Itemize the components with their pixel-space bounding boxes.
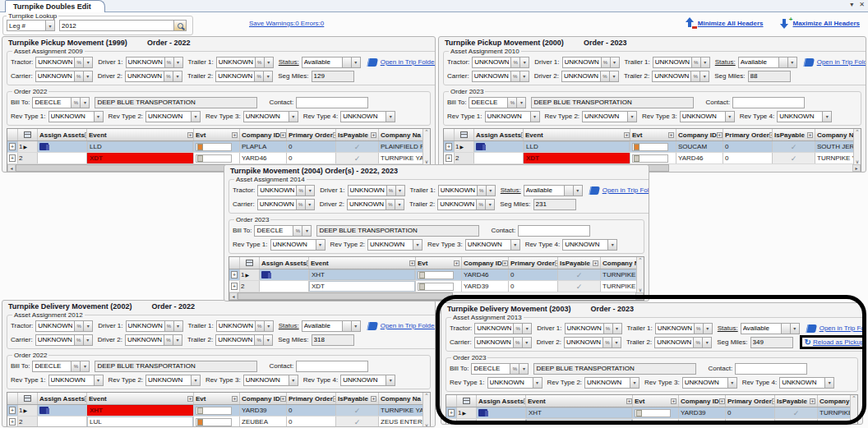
chevron-down-icon[interactable]: ▾ <box>612 337 621 348</box>
primary-order-cell[interactable]: 0 <box>509 269 558 280</box>
lookup-icon[interactable]: % <box>72 361 81 372</box>
rev-type1-input[interactable] <box>487 377 533 389</box>
driver2-input[interactable] <box>561 71 601 82</box>
contact-input[interactable] <box>735 363 807 375</box>
evt-cell[interactable] <box>196 154 232 163</box>
tractor-input[interactable] <box>257 185 297 196</box>
vertical-scrollbar[interactable]: ^ ∨ <box>850 395 857 425</box>
chevron-down-icon[interactable]: ▾ <box>611 57 620 68</box>
rev-type3-combo[interactable]: ▾ <box>680 111 735 122</box>
contact-input[interactable] <box>518 225 590 237</box>
chevron-down-icon[interactable]: ▾ <box>316 239 326 251</box>
lookup-icon[interactable]: % <box>75 334 84 346</box>
col-is-payable[interactable]: IsPayable+ <box>773 129 815 140</box>
filter-icon[interactable]: + <box>187 396 193 402</box>
chevron-down-icon[interactable]: ▾ <box>386 111 395 122</box>
evt-cell[interactable] <box>635 421 671 426</box>
rev-type1-combo[interactable]: ▾ <box>48 111 104 122</box>
rev-type2-input[interactable] <box>584 377 630 389</box>
bill-to-input[interactable] <box>32 97 72 108</box>
chevron-down-icon[interactable]: ▾ <box>608 239 617 251</box>
filter-icon[interactable]: + <box>187 132 193 138</box>
contact-input[interactable] <box>296 97 368 108</box>
trailer2-combo[interactable]: %▾ <box>652 71 709 82</box>
company-id-cell[interactable]: APPBRU <box>679 419 726 425</box>
company-id-cell[interactable]: YARD39 <box>240 405 287 416</box>
bill-to-combo[interactable]: %▾ <box>254 225 312 237</box>
expand-row-icon[interactable]: + <box>446 143 452 150</box>
select-all-cell[interactable] <box>18 129 38 140</box>
lookup-icon[interactable]: % <box>165 320 174 332</box>
filter-icon[interactable]: + <box>719 398 725 404</box>
primary-order-cell[interactable]: 0 <box>723 153 773 163</box>
scroll-up-icon[interactable]: ^ <box>426 129 428 134</box>
select-all-cell[interactable] <box>457 395 477 407</box>
rev-type4-input[interactable] <box>779 377 825 389</box>
lookup-icon[interactable]: % <box>604 323 613 334</box>
chevron-down-icon[interactable]: ▾ <box>81 361 90 372</box>
chevron-down-icon[interactable]: ▾ <box>265 57 274 68</box>
assign-assets-icon[interactable] <box>478 409 487 416</box>
chevron-down-icon[interactable]: ▾ <box>701 57 710 68</box>
lookup-icon[interactable]: % <box>164 71 173 82</box>
col-event[interactable]: Event+ <box>526 395 633 407</box>
scroll-down-icon[interactable]: ∨ <box>856 159 859 164</box>
window-close-icon[interactable]: ✕ <box>859 1 865 8</box>
horizontal-scrollbar[interactable]: ◂ ▸ <box>229 292 644 300</box>
rev-type4-combo[interactable]: ▾ <box>340 375 395 386</box>
filter-icon[interactable]: + <box>626 398 632 404</box>
evt-cell[interactable] <box>635 409 671 417</box>
event-cell[interactable]: XDT <box>309 281 415 292</box>
lookup-icon[interactable]: % <box>477 199 486 210</box>
rev-type2-input[interactable] <box>582 111 628 122</box>
open-in-trip-folder-link[interactable]: Open in Trip Folder <box>381 58 436 66</box>
tab-turnpike-doubles-edit[interactable]: Turnpike Doubles Edit <box>5 0 105 12</box>
evt-cell[interactable] <box>632 143 668 151</box>
chevron-down-icon[interactable]: ▾ <box>823 111 832 122</box>
driver1-input[interactable] <box>562 57 602 68</box>
driver2-combo[interactable]: %▾ <box>125 71 182 82</box>
expand-row-icon[interactable]: + <box>446 154 452 162</box>
rev-type4-input[interactable] <box>562 239 608 251</box>
lookup-icon[interactable]: % <box>256 320 265 332</box>
scroll-up-icon[interactable]: ^ <box>856 129 859 134</box>
carrier-combo[interactable]: %▾ <box>474 337 532 348</box>
minimize-all-icon[interactable] <box>685 17 695 29</box>
company-id-cell[interactable]: YARD39 <box>679 407 726 418</box>
col-evt[interactable]: Evt+ <box>416 257 462 269</box>
tractor-input[interactable] <box>474 323 514 334</box>
carrier-combo[interactable]: %▾ <box>35 334 93 346</box>
driver2-input[interactable] <box>125 71 164 82</box>
status-label-link[interactable]: Status: <box>501 186 521 194</box>
scroll-up-icon[interactable]: ^ <box>426 393 428 398</box>
trailer1-input[interactable] <box>216 57 256 68</box>
trailer1-input[interactable] <box>438 185 478 196</box>
col-event[interactable]: Event+ <box>87 393 194 404</box>
col-company-id[interactable]: Company ID+ <box>240 129 287 140</box>
minimize-all-headers-link[interactable]: Minimize All Headers <box>698 20 764 27</box>
vertical-scrollbar[interactable]: ^ ∨ <box>422 129 430 164</box>
lookup-icon[interactable]: % <box>164 334 173 346</box>
primary-order-cell[interactable]: 0 <box>509 281 558 292</box>
col-primary-order[interactable]: Primary Order+ <box>287 129 336 140</box>
lookup-icon[interactable]: % <box>255 334 264 346</box>
rev-type3-combo[interactable]: ▾ <box>243 375 298 386</box>
tractor-combo[interactable]: %▾ <box>257 185 315 196</box>
lookup-icon[interactable]: % <box>75 57 84 68</box>
chevron-down-icon[interactable]: ▾ <box>396 185 405 196</box>
driver2-input[interactable] <box>564 337 603 348</box>
tractor-input[interactable] <box>35 57 75 68</box>
bill-to-input[interactable] <box>32 361 72 372</box>
lookup-icon[interactable]: % <box>694 337 703 348</box>
chevron-down-icon[interactable]: ▾ <box>517 97 526 108</box>
open-in-trip-folder-link[interactable]: Open in Trip Folder <box>603 186 649 194</box>
col-event[interactable]: Event+ <box>309 257 416 269</box>
search-icon[interactable] <box>174 20 187 31</box>
event-cell[interactable]: XHT <box>309 269 415 280</box>
lookup-icon[interactable]: % <box>75 71 84 82</box>
company-id-cell[interactable]: YARD39 <box>462 281 509 292</box>
filter-icon[interactable]: + <box>454 260 459 266</box>
chevron-down-icon[interactable]: ▾ <box>520 57 529 68</box>
expand-row-icon[interactable]: + <box>448 409 455 416</box>
chevron-down-icon[interactable]: ▾ <box>174 320 183 332</box>
